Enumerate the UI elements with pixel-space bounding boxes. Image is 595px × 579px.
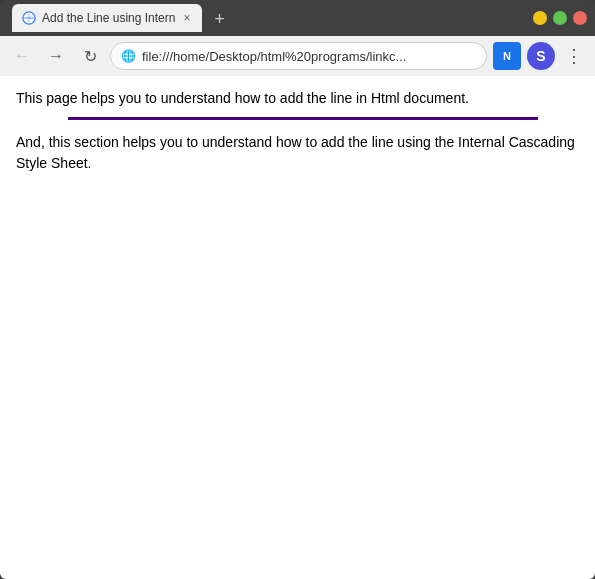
active-tab[interactable]: Add the Line using Intern × <box>12 4 202 32</box>
tab-title: Add the Line using Intern <box>42 11 175 25</box>
page-text-2: And, this section helps you to understan… <box>16 132 579 174</box>
tab-bar: Add the Line using Intern × + <box>8 4 527 32</box>
new-tab-button[interactable]: + <box>206 6 232 32</box>
menu-button[interactable]: ⋮ <box>561 45 587 67</box>
browser-window: Add the Line using Intern × + ← → ↻ 🌐 N … <box>0 0 595 579</box>
address-favicon: 🌐 <box>121 49 136 63</box>
user-icon[interactable]: N <box>493 42 521 70</box>
tab-close-button[interactable]: × <box>181 11 192 25</box>
forward-button[interactable]: → <box>42 42 70 70</box>
window-controls <box>533 11 587 25</box>
minimize-button[interactable] <box>533 11 547 25</box>
profile-avatar[interactable]: S <box>527 42 555 70</box>
address-input[interactable] <box>142 49 476 64</box>
title-bar: Add the Line using Intern × + <box>0 0 595 36</box>
page-text-1: This page helps you to understand how to… <box>16 88 579 109</box>
address-bar-container[interactable]: 🌐 <box>110 42 487 70</box>
maximize-button[interactable] <box>553 11 567 25</box>
close-button[interactable] <box>573 11 587 25</box>
tab-favicon <box>22 11 36 25</box>
back-button[interactable]: ← <box>8 42 36 70</box>
nav-bar: ← → ↻ 🌐 N S ⋮ <box>0 36 595 76</box>
reload-button[interactable]: ↻ <box>76 42 104 70</box>
horizontal-rule <box>68 117 538 120</box>
page-content: This page helps you to understand how to… <box>0 76 595 579</box>
